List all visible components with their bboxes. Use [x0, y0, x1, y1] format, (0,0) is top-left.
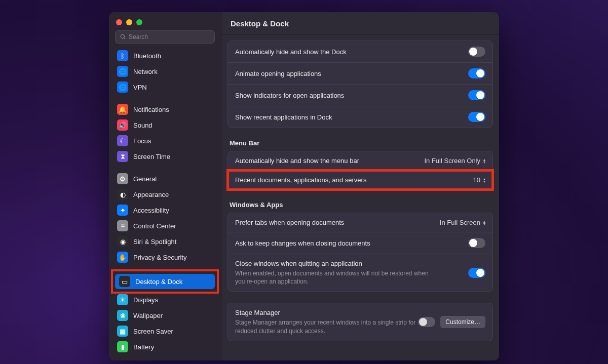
siri-spotlight-icon: ◉	[117, 236, 128, 247]
sidebar-item-label: Sound	[133, 122, 153, 129]
dock-row-0-toggle[interactable]	[468, 47, 485, 57]
stage-manager-group: Stage Manager Stage Manager arranges you…	[227, 303, 493, 341]
displays-icon: ☀︎	[117, 294, 128, 305]
sidebar-item-label: Control Center	[133, 222, 176, 230]
select-value: 10	[473, 176, 480, 184]
windows-apps-group: Prefer tabs when opening documents In Fu…	[227, 213, 493, 292]
setting-label: Show recent applications in Dock	[235, 113, 332, 121]
stage-manager-desc: Stage Manager arranges your recent windo…	[235, 318, 418, 335]
network-icon: 🌐	[117, 66, 128, 77]
sidebar-item-label: General	[133, 175, 157, 183]
search-input[interactable]	[115, 30, 215, 44]
sidebar-item-label: Accessibility	[133, 207, 169, 214]
sidebar-item-displays[interactable]: ☀︎ Displays	[113, 292, 217, 307]
sidebar-item-network[interactable]: 🌐 Network	[113, 64, 217, 79]
sidebar-item-label: Desktop & Dock	[135, 278, 182, 286]
menubar-row-0: Automatically hide and show the menu bar…	[228, 151, 492, 171]
sidebar-item-wallpaper[interactable]: ❀ Wallpaper	[113, 308, 217, 323]
system-settings-window: ᛒ Bluetooth 🌐 Network 🌐 VPN 🔔 Notificati…	[109, 12, 499, 360]
sidebar-item-notifications[interactable]: 🔔 Notifications	[113, 102, 217, 117]
select-value: In Full Screen Only	[424, 157, 480, 165]
screen-saver-icon: ▦	[117, 326, 128, 337]
close-button[interactable]	[116, 19, 122, 25]
sidebar-item-battery[interactable]: ▮ Battery	[113, 339, 217, 354]
dock-row-1: Animate opening applications	[228, 63, 492, 85]
content-scroll[interactable]: Automatically hide and show the Dock Ani…	[221, 34, 499, 360]
sidebar-item-desktop-dock[interactable]: ▭ Desktop & Dock	[115, 274, 215, 289]
sidebar-item-control-center[interactable]: ⌗ Control Center	[113, 218, 217, 233]
sidebar-item-label: Notifications	[133, 106, 169, 113]
setting-label: Recent documents, applications, and serv…	[235, 176, 366, 184]
sidebar-item-focus[interactable]: ☾ Focus	[113, 133, 217, 148]
stage-manager-customize-button[interactable]: Customize…	[440, 316, 485, 328]
bluetooth-icon: ᛒ	[117, 50, 128, 61]
maximize-button[interactable]	[136, 19, 142, 25]
search-icon	[120, 34, 126, 40]
sidebar-item-screen-time[interactable]: ⧗ Screen Time	[113, 149, 217, 164]
winapps-row-1-toggle[interactable]	[468, 238, 485, 248]
dock-row-2-toggle[interactable]	[468, 90, 485, 100]
desktop-dock-icon: ▭	[119, 276, 130, 287]
menubar-select-1[interactable]: 10▴▾	[473, 176, 485, 184]
setting-label: Automatically hide and show the Dock	[235, 48, 347, 56]
menubar-select-0[interactable]: In Full Screen Only▴▾	[424, 157, 485, 165]
minimize-button[interactable]	[126, 19, 132, 25]
sidebar-item-label: Displays	[133, 296, 158, 304]
sidebar-item-label: Wallpaper	[133, 312, 163, 319]
sidebar-item-label: VPN	[133, 84, 147, 91]
accessibility-icon: ✦	[117, 205, 128, 216]
sound-icon: 🔊	[117, 119, 128, 131]
dock-row-1-toggle[interactable]	[468, 68, 485, 78]
sidebar-items: ᛒ Bluetooth 🌐 Network 🌐 VPN 🔔 Notificati…	[109, 48, 221, 360]
sidebar-item-screen-saver[interactable]: ▦ Screen Saver	[113, 323, 217, 339]
setting-label: Close windows when quitting an applicati…	[235, 260, 438, 267]
appearance-icon: ◐	[117, 189, 128, 200]
setting-desc: When enabled, open documents and windows…	[235, 269, 438, 286]
select-value: In Full Screen	[440, 219, 480, 226]
sidebar-item-appearance[interactable]: ◐ Appearance	[113, 187, 217, 202]
sidebar-item-privacy-security[interactable]: ✋ Privacy & Security	[113, 250, 217, 265]
sidebar-item-general[interactable]: ⚙︎ General	[113, 171, 217, 186]
sidebar-item-label: Screen Saver	[133, 328, 173, 335]
winapps-select-0[interactable]: In Full Screen▴▾	[440, 219, 485, 226]
search-wrap	[109, 30, 221, 48]
sidebar-item-accessibility[interactable]: ✦ Accessibility	[113, 203, 217, 218]
winapps-row-0: Prefer tabs when opening documents In Fu…	[228, 213, 492, 232]
menubar-row-1: Recent documents, applications, and serv…	[228, 171, 492, 189]
sidebar-item-siri-spotlight[interactable]: ◉ Siri & Spotlight	[113, 234, 217, 249]
vpn-icon: 🌐	[117, 82, 128, 93]
general-icon: ⚙︎	[117, 173, 128, 184]
winapps-row-2-toggle[interactable]	[468, 268, 485, 278]
sidebar-item-vpn[interactable]: 🌐 VPN	[113, 79, 217, 95]
setting-label: Automatically hide and show the menu bar	[235, 157, 359, 165]
chevrons-icon: ▴▾	[483, 178, 485, 183]
sidebar: ᛒ Bluetooth 🌐 Network 🌐 VPN 🔔 Notificati…	[109, 12, 221, 360]
focus-icon: ☾	[117, 135, 128, 146]
dock-row-0: Automatically hide and show the Dock	[228, 41, 492, 63]
sidebar-item-label: Appearance	[133, 191, 169, 198]
sidebar-item-bluetooth[interactable]: ᛒ Bluetooth	[113, 48, 217, 63]
sidebar-item-label: Privacy & Security	[133, 254, 186, 261]
window-controls	[109, 12, 221, 30]
stage-manager-toggle[interactable]	[418, 317, 435, 327]
section-windows-apps: Windows & Apps	[227, 201, 493, 213]
sidebar-item-label: Network	[133, 68, 158, 75]
dock-row-3: Show recent applications in Dock	[228, 106, 492, 128]
section-menu-bar: Menu Bar	[227, 139, 493, 151]
privacy-security-icon: ✋	[117, 252, 128, 263]
notifications-icon: 🔔	[117, 104, 128, 115]
sidebar-item-label: Siri & Spotlight	[133, 238, 176, 246]
page-title: Desktop & Dock	[221, 12, 499, 34]
screen-time-icon: ⧗	[117, 151, 128, 162]
battery-icon: ▮	[117, 341, 128, 352]
control-center-icon: ⌗	[117, 220, 128, 231]
sidebar-item-sound[interactable]: 🔊 Sound	[113, 117, 217, 133]
stage-manager-label: Stage Manager	[235, 309, 418, 316]
setting-label: Animate opening applications	[235, 70, 321, 77]
sidebar-item-label: Screen Time	[133, 153, 170, 160]
dock-row-3-toggle[interactable]	[468, 112, 485, 122]
setting-label: Prefer tabs when opening documents	[235, 219, 344, 226]
dock-row-2: Show indicators for open applications	[228, 85, 492, 106]
winapps-row-1: Ask to keep changes when closing documen…	[228, 232, 492, 254]
setting-label: Ask to keep changes when closing documen…	[235, 239, 370, 247]
